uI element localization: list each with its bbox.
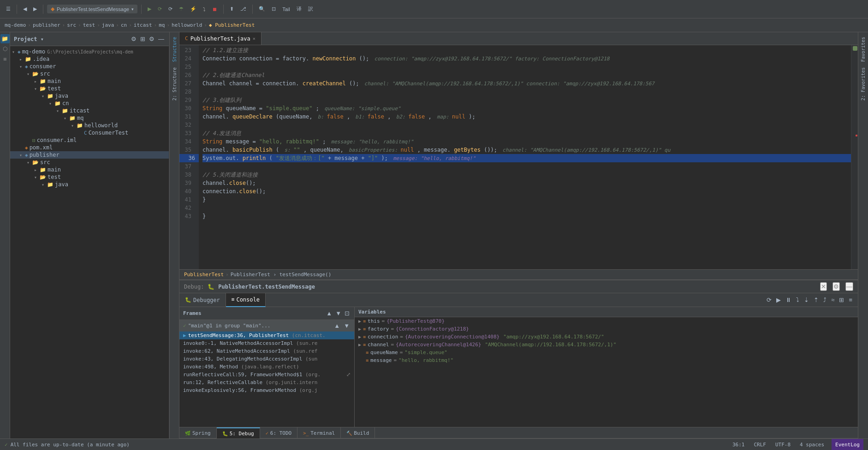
debug-settings-button[interactable]: ⚙ — [832, 282, 840, 291]
tree-item-idea[interactable]: ▸ 📁 .idea — [10, 55, 169, 63]
frames-down-button[interactable]: ▼ — [334, 309, 342, 318]
tab-build[interactable]: 🔨 Build — [341, 427, 375, 438]
tree-item-consumer-test[interactable]: ▾ 📂 test — [10, 85, 169, 92]
breadcrumb-java[interactable]: java — [102, 22, 114, 28]
tree-item-mq-demo[interactable]: ▾ ◈ mq-demo G:\Projects\IdeaProjects\mq-… — [10, 48, 169, 55]
tree-item-publisher-java[interactable]: ▾ 📁 java — [10, 181, 169, 188]
forward-button[interactable]: ▶ — [31, 5, 39, 13]
branches-button[interactable]: ⎇ — [238, 5, 249, 13]
profile-button[interactable]: ⚡ — [188, 5, 199, 13]
run-to-cursor-button[interactable]: ⤴ — [821, 295, 828, 305]
tree-item-publisher[interactable]: ▾ ◈ publisher — [10, 151, 169, 159]
frame-item-6[interactable]: run:12, ReflectiveCallable (org.junit.in… — [179, 379, 354, 386]
sidebar-layout-icon[interactable]: ⊞ — [139, 35, 146, 43]
resume-button[interactable]: ⟳ — [155, 5, 164, 13]
favorites-label-2[interactable]: 2: Favorites — [860, 65, 867, 103]
reload-button[interactable]: ⟳ — [166, 5, 175, 13]
frame-item-1[interactable]: invoke0:-1, NativeMethodAccessorImpl (su… — [179, 339, 354, 347]
tab-terminal[interactable]: >_ Terminal — [297, 427, 341, 438]
footer-method[interactable]: PublisherTest › testSendMessage() — [231, 272, 332, 278]
status-crlf[interactable]: CRLF — [752, 441, 768, 449]
run-button[interactable]: ▶ — [145, 5, 154, 13]
breadcrumb-itcast[interactable]: itcast — [134, 22, 152, 28]
tab-publishertest[interactable]: C PublisherTest.java ✕ — [179, 32, 262, 45]
tab-debug5[interactable]: 🐛 5: Debug — [217, 427, 260, 438]
breadcrumb-publishertest[interactable]: ◆ PublisherTest — [209, 22, 255, 28]
var-arrow-connection[interactable]: ▶ — [358, 334, 361, 339]
thread-up-button[interactable]: ▲ — [333, 321, 341, 330]
status-indent[interactable]: 4 spaces — [798, 441, 826, 449]
var-item-connection[interactable]: ▶ ≡ connection = {AutorecoveringConnecti… — [355, 333, 858, 341]
favorites-label-1[interactable]: Favorites — [860, 34, 867, 65]
structure-label-2[interactable]: 2: Structure — [171, 65, 178, 103]
var-arrow-this[interactable]: ▶ — [358, 319, 361, 324]
thread-down-button[interactable]: ▼ — [343, 321, 351, 330]
run-config-selector[interactable]: ◆ PublisherTest.testSendMessage ▾ — [47, 5, 137, 13]
sidebar-settings-icon[interactable]: ⚙ — [148, 35, 155, 43]
status-encoding[interactable]: UTF-8 — [773, 441, 792, 449]
var-item-factory[interactable]: ▶ ≡ factory = {ConnectionFactory@1218} — [355, 325, 858, 333]
tab-close-button[interactable]: ✕ — [253, 36, 256, 41]
breadcrumb-mq-demo[interactable]: mq-demo — [5, 22, 26, 28]
menu-button[interactable]: ☰ — [4, 5, 13, 13]
tree-item-consumer-iml[interactable]: ⊡ consumer.iml — [10, 136, 169, 144]
var-item-channel[interactable]: ▶ ≡ channel = {AutorecoveringChannel@142… — [355, 341, 858, 349]
search-everywhere-button[interactable]: 🔍 — [256, 5, 268, 13]
debug-minimize-button[interactable]: — — [845, 282, 853, 291]
frames-filter-button[interactable]: ⊡ — [344, 309, 351, 318]
tree-item-consumer-main[interactable]: ▸ 📁 main — [10, 77, 169, 85]
status-position[interactable]: 36:1 — [731, 441, 747, 449]
status-event-log[interactable]: EventLog — [832, 439, 863, 450]
stop-button[interactable]: ⏹ — [210, 5, 220, 13]
translate2-button[interactable]: 訳 — [306, 4, 315, 14]
var-item-queuename[interactable]: ≡ queueName = "simple.queue" — [355, 349, 858, 356]
tree-item-publisher-src[interactable]: ▾ 📂 src — [10, 159, 169, 166]
frame-item-4[interactable]: invoke:498, Method (java.lang.reflect) — [179, 363, 354, 371]
activity-structure-icon[interactable]: ≡ — [0, 54, 10, 64]
debug-tab-debugger[interactable]: 🐛 Debugger — [179, 293, 226, 307]
structure-label-1[interactable]: Structure — [171, 34, 178, 65]
tree-item-consumer-helloworld[interactable]: ▾ 📁 helloworld — [10, 122, 169, 129]
var-arrow-channel[interactable]: ▶ — [358, 342, 361, 347]
coverage-button[interactable]: ☂ — [177, 5, 186, 13]
frame-item-7[interactable]: invokeExplosively:56, FrameworkMethod (o… — [179, 386, 354, 394]
tree-item-publisher-main[interactable]: ▸ 📁 main — [10, 166, 169, 173]
resume-debug-button[interactable]: ▶ — [774, 295, 783, 305]
frame-item-2[interactable]: invoke:62, NativeMethodAccessorImpl (sun… — [179, 347, 354, 355]
vcs-button[interactable]: ⬆ — [227, 5, 236, 13]
tree-item-consumer-java[interactable]: ▾ 📁 java — [10, 92, 169, 100]
frame-item-5[interactable]: runReflectiveCall:59, FrameworkMethod$1 … — [179, 371, 354, 379]
frame-item-3[interactable]: invoke:43, DelegatingMethodAccessorImpl … — [179, 355, 354, 363]
step-into-button[interactable]: ⇣ — [802, 295, 811, 305]
restart-button[interactable]: ⟳ — [765, 295, 773, 305]
step-out-button[interactable]: ⇡ — [812, 295, 820, 305]
step-over-debug-button[interactable]: ⤵ — [794, 295, 801, 305]
debug-close-button[interactable]: ✕ — [820, 282, 827, 291]
back-button[interactable]: ◀ — [21, 5, 29, 13]
editor-content[interactable]: 23 24 25 26 27 28 29 30 31 32 33 34 35 3… — [179, 45, 858, 269]
breadcrumb-test[interactable]: test — [83, 22, 95, 28]
tree-item-consumer-test-class[interactable]: C ConsumerTest — [10, 129, 169, 136]
breadcrumb-mq-pkg[interactable]: mq — [159, 22, 165, 28]
tail-button[interactable]: Tail — [280, 5, 292, 13]
activity-project-icon[interactable]: 📁 — [0, 34, 10, 43]
frames-button[interactable]: ⊞ — [837, 295, 846, 305]
breadcrumb-src[interactable]: src — [67, 22, 76, 28]
tree-item-consumer-mq[interactable]: ▾ 📁 mq — [10, 114, 169, 122]
tree-item-publisher-test[interactable]: ▾ 📂 test — [10, 173, 169, 181]
activity-commit-icon[interactable]: ⬡ — [0, 44, 10, 53]
tree-item-consumer[interactable]: ▾ ◈ consumer — [10, 63, 169, 70]
threads-button[interactable]: ≡ — [847, 295, 854, 305]
footer-publishertest[interactable]: PublisherTest — [184, 272, 224, 278]
code-editor[interactable]: // 1.2.建立连接 Connection connection = fact… — [199, 45, 851, 269]
sidebar-minimize-icon[interactable]: — — [157, 35, 165, 43]
frame-item-0[interactable]: ▶ testSendMessage:36, PublisherTest (cn.… — [179, 332, 354, 339]
var-item-message[interactable]: ≡ message = "hello, rabbitmq!" — [355, 356, 858, 364]
tree-item-consumer-cn[interactable]: ▾ 📁 cn — [10, 100, 169, 107]
tree-item-consumer-itcast[interactable]: ▾ 📁 itcast — [10, 107, 169, 114]
breadcrumb-cn[interactable]: cn — [121, 22, 127, 28]
tab-todo6[interactable]: ✓ 6: TODO — [260, 427, 297, 438]
tree-item-pom[interactable]: ◈ pom.xml — [10, 144, 169, 151]
tab-spring[interactable]: 🌿 Spring — [179, 427, 217, 438]
frames-up-button[interactable]: ▲ — [325, 309, 333, 318]
